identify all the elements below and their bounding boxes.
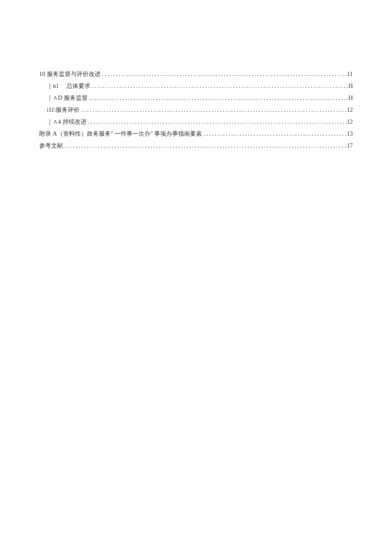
toc-label: 附录 A（资料性）政务服务" 一件事一次办" 事项办事指南要素 xyxy=(39,128,202,140)
toc-page: 17 xyxy=(347,140,353,152)
toc-leader xyxy=(101,68,347,80)
toc-leader xyxy=(88,92,349,104)
toc-entry: 附录 A（资料性）政务服务" 一件事一次办" 事项办事指南要素 13 xyxy=(39,128,353,140)
toc-page: H xyxy=(349,80,353,92)
toc-label: 参考文献 xyxy=(39,140,63,152)
toc-entry: ｜∧4 持续改进 12 xyxy=(39,116,353,128)
toc-entry: 参考文献 17 xyxy=(39,140,353,152)
toc-page: 11 xyxy=(347,68,353,80)
toc-label: ｜∧4 持续改进 xyxy=(47,116,86,128)
toc-page: H xyxy=(349,92,353,104)
toc-container: 10 服务监督与评价改进 11 ｜n1 总体要求 H ｜∧D 服务监督 H i1… xyxy=(39,68,353,152)
toc-leader xyxy=(90,80,349,92)
toc-page: 13 xyxy=(347,128,353,140)
toc-leader xyxy=(86,116,347,128)
toc-entry: i11\服务评价 12 xyxy=(39,104,353,116)
toc-label: ｜n1 总体要求 xyxy=(47,80,90,92)
toc-entry: 10 服务监督与评价改进 11 xyxy=(39,68,353,80)
toc-label: i11\服务评价 xyxy=(47,104,80,116)
toc-page: 12 xyxy=(347,116,353,128)
toc-entry: ｜∧D 服务监督 H xyxy=(39,92,353,104)
toc-label: 10 服务监督与评价改进 xyxy=(39,68,101,80)
toc-page: 12 xyxy=(347,104,353,116)
toc-leader xyxy=(63,140,347,152)
toc-label: ｜∧D 服务监督 xyxy=(47,92,88,104)
toc-entry: ｜n1 总体要求 H xyxy=(39,80,353,92)
toc-leader xyxy=(80,104,347,116)
toc-leader xyxy=(202,128,347,140)
